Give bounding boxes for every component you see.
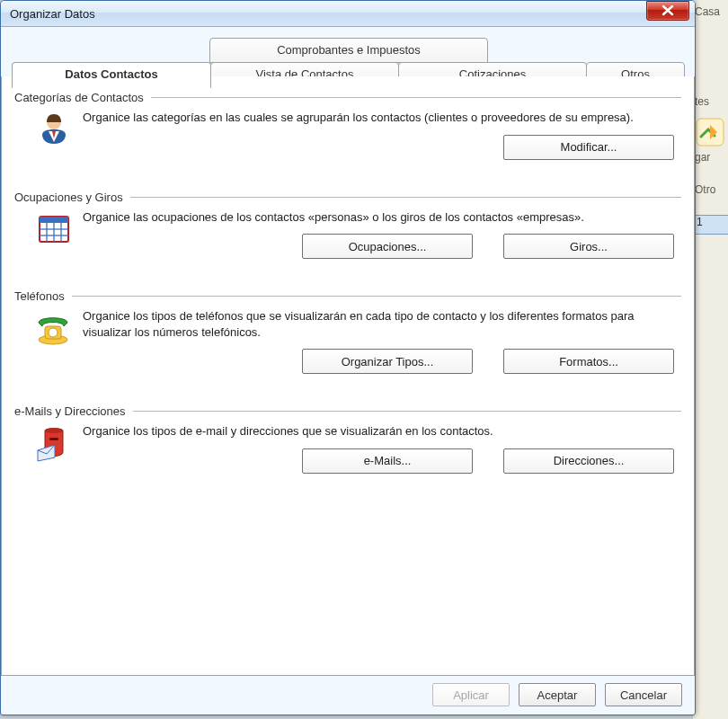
formatos-button[interactable]: Formatos... — [503, 349, 674, 374]
group-title-ocupaciones: Ocupaciones y Giros — [14, 191, 130, 204]
titlebar[interactable]: Organizar Datos — [1, 1, 695, 27]
bg-tool-icon — [695, 117, 727, 149]
group-title-categorias: Categorías de Contactos — [14, 91, 151, 104]
svg-rect-13 — [49, 438, 58, 440]
tab-panel-datos-contactos: Categorías de Contactos O — [1, 76, 695, 676]
emails-button[interactable]: e-Mails... — [302, 448, 473, 474]
svg-point-12 — [45, 428, 63, 433]
tab-datos-contactos[interactable]: Datos Contactos — [12, 62, 211, 88]
bg-grid-cell: 1 — [693, 215, 728, 235]
group-title-telefonos: Teléfonos — [14, 289, 72, 303]
dialog-window: Organizar Datos Comprobantes e Impuestos… — [0, 0, 696, 715]
dialog-button-row: Aplicar Aceptar Cancelar — [432, 683, 682, 706]
group-divider — [133, 411, 681, 412]
aplicar-button: Aplicar — [432, 683, 510, 706]
giros-button[interactable]: Giros... — [503, 234, 674, 259]
telephone-icon — [34, 308, 74, 346]
group-divider — [130, 197, 681, 198]
organizar-tipos-button[interactable]: Organizar Tipos... — [302, 349, 473, 374]
aceptar-button[interactable]: Aceptar — [519, 683, 596, 706]
tab-comprobantes[interactable]: Comprobantes e Impuestos — [209, 38, 488, 63]
bg-text-2: tes — [695, 95, 709, 108]
window-title: Organizar Datos — [10, 7, 646, 21]
group-desc-ocupaciones: Organice las ocupaciones de los contacto… — [83, 209, 681, 226]
calendar-grid-icon — [34, 209, 74, 247]
bg-text-4: Otro — [695, 183, 715, 196]
mailbox-icon — [34, 423, 74, 463]
modificar-button[interactable]: Modificar... — [503, 135, 674, 160]
close-icon — [660, 3, 676, 18]
svg-point-11 — [49, 328, 58, 337]
bg-text-1: Casa — [695, 5, 720, 18]
group-divider — [72, 296, 681, 297]
direcciones-button[interactable]: Direcciones... — [503, 448, 674, 474]
svg-rect-3 — [40, 217, 68, 223]
group-divider — [151, 97, 681, 98]
group-desc-categorias: Organice las categorías en las cuales se… — [83, 110, 681, 126]
group-telefonos: Teléfonos Organice los tipos de teléfono — [14, 289, 681, 374]
bg-text-3: gar — [695, 151, 710, 164]
close-button[interactable] — [646, 1, 689, 21]
contact-person-icon — [34, 110, 74, 147]
group-desc-telefonos: Organice los tipos de teléfonos que se v… — [83, 308, 681, 340]
group-emails: e-Mails y Direcciones Org — [14, 404, 681, 474]
group-title-emails: e-Mails y Direcciones — [14, 404, 133, 418]
background-app: Casa tes gar Otro 1 — [692, 0, 728, 719]
cancelar-button[interactable]: Cancelar — [605, 683, 682, 706]
group-desc-emails: Organice los tipos de e-mail y direccion… — [83, 423, 681, 439]
ocupaciones-button[interactable]: Ocupaciones... — [302, 234, 473, 259]
group-ocupaciones: Ocupaciones y Giros — [14, 191, 681, 260]
group-categorias: Categorías de Contactos O — [14, 91, 681, 160]
